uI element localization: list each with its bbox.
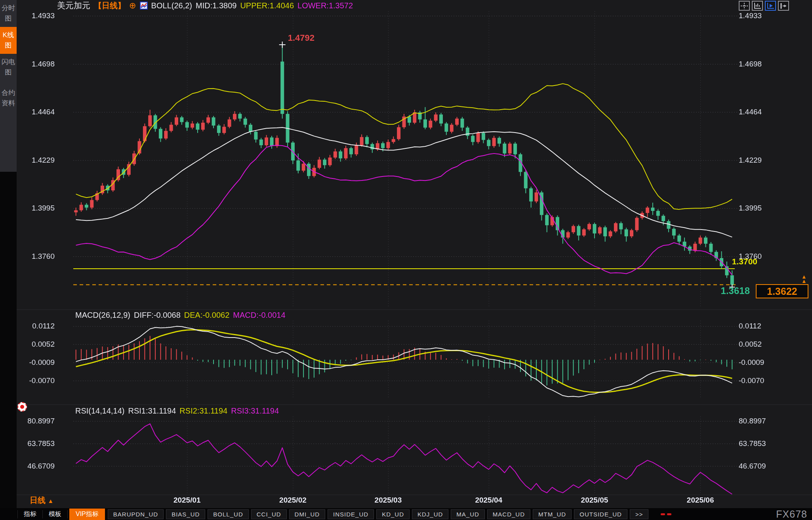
macd-title: MACD(26,12,9): [75, 311, 130, 320]
rsi1-value: RSI1:31.1194: [128, 406, 176, 416]
add-indicator-icon[interactable]: ⊕: [129, 1, 136, 10]
period-tag[interactable]: 【日线】: [94, 0, 126, 11]
rsi2-value: RSI2:31.1194: [179, 406, 227, 416]
x-axis-month-label: 2025/04: [465, 496, 513, 505]
x-axis-month-label: 2025/02: [269, 496, 316, 505]
crosshair-tool-icon[interactable]: [739, 1, 750, 11]
indicator-tab-bar: 指标模板VIP指标BARUPDN_UDBIAS_UDBOLL_UDCCI_UDD…: [0, 508, 812, 520]
macd-dea-value: DEA:-0.0062: [184, 311, 230, 320]
sidebar-item-time-chart[interactable]: 分时图: [0, 0, 17, 27]
main-axis-label-left: 1.3995: [17, 204, 55, 213]
main-axis-label-right: 1.4229: [739, 156, 782, 165]
period-selector[interactable]: 日线 ▲: [30, 495, 53, 506]
current-price-box: 1.3622: [756, 284, 808, 298]
low-price-label: 1.3618: [709, 285, 750, 296]
rsi-axis-label-right: 63.7853: [739, 439, 782, 448]
main-axis-label-left: 1.4229: [17, 156, 55, 165]
tab-vip-indicators[interactable]: VIP指标: [69, 509, 105, 520]
tab-mtm-ud[interactable]: MTM_UD: [533, 509, 572, 519]
scale-axis-icon[interactable]: [752, 1, 763, 11]
main-axis-label-left: 1.4933: [17, 11, 55, 20]
boll-upper-value: UPPER:1.4046: [240, 1, 294, 10]
boll-mid-value: MID:1.3809: [196, 1, 236, 10]
macd-axis-label-right: -0.0070: [739, 376, 782, 385]
boll-lower-value: LOWER:1.3572: [297, 1, 353, 10]
macd-axis-label-right: 0.0052: [739, 340, 782, 349]
macd-axis-label-right: -0.0009: [739, 358, 782, 367]
tab-more[interactable]: >>: [630, 509, 649, 519]
period-arrow-icon: ▲: [48, 497, 54, 504]
main-axis-label-left: 1.3760: [17, 252, 55, 261]
macd-axis-label-right: 0.0112: [739, 322, 782, 330]
macd-macd-value: MACD:-0.0014: [233, 311, 285, 320]
tab-macd-ud[interactable]: MACD_UD: [487, 509, 530, 519]
x-axis-month-label: 2025/05: [571, 496, 618, 505]
trading-app-window: 分时图 K线图 闪电图 合约资料 美元加元 【日线】 ⊕ BOLL(26,2) …: [0, 0, 812, 520]
sidebar-item-candlestick-chart[interactable]: K线图: [0, 27, 17, 54]
tab-dmi-ud[interactable]: DMI_UD: [289, 509, 326, 519]
macd-axis-label-left: 0.0052: [17, 340, 55, 349]
macd-axis-label-left: -0.0009: [17, 358, 55, 367]
watermark: FX678: [776, 509, 807, 520]
tab-bias-ud[interactable]: BIAS_UD: [166, 509, 205, 519]
price-up-arrows-icon: ▲▲: [801, 275, 807, 283]
tab-cci-ud[interactable]: CCI_UD: [251, 509, 287, 519]
tab-ma-ud[interactable]: MA_UD: [451, 509, 485, 519]
alert-sun-icon[interactable]: [17, 402, 27, 412]
rsi-axis-label-left: 80.8997: [17, 417, 55, 425]
rsi-axis-label-left: 46.6709: [17, 462, 55, 471]
main-axis-label-right: 1.4698: [739, 60, 782, 68]
main-axis-label-right: 1.4464: [739, 108, 782, 116]
tab-kd-ud[interactable]: KD_UD: [376, 509, 410, 519]
boll-indicator-label: BOLL(26,2): [151, 1, 192, 10]
rsi3-value: RSI3:31.1194: [231, 406, 279, 416]
indicator-chart-icon[interactable]: [140, 2, 148, 9]
tab-barupdn-ud[interactable]: BARUPDN_UD: [108, 509, 164, 519]
tab-inside-ud[interactable]: INSIDE_UD: [328, 509, 374, 519]
chart-type-sidebar: 分时图 K线图 闪电图 合约资料: [0, 0, 17, 172]
main-axis-label-right: 1.3995: [739, 204, 782, 213]
tab-templates[interactable]: 模板: [43, 510, 68, 518]
rsi-axis-label-right: 80.8997: [739, 417, 782, 425]
high-price-annotation: 1.4792: [288, 33, 315, 43]
x-axis-month-label: 2025/01: [163, 496, 211, 505]
chart-header: 美元加元 【日线】 ⊕ BOLL(26,2) MID:1.3809 UPPER:…: [57, 0, 353, 11]
auto-play-icon[interactable]: [765, 1, 776, 11]
chart-toolbar: [739, 1, 789, 11]
macd-pane-header: MACD(26,12,9) DIFF:-0.0068 DEA:-0.0062 M…: [75, 310, 286, 320]
step-right-icon[interactable]: [778, 1, 789, 11]
macd-axis-label-left: -0.0070: [17, 376, 55, 385]
rsi-title: RSI(14,14,14): [75, 406, 125, 416]
main-axis-label-right: 1.4933: [739, 11, 782, 20]
main-axis-label-left: 1.4698: [17, 60, 55, 68]
macd-axis-label-left: 0.0112: [17, 322, 55, 330]
rsi-axis-label-right: 46.6709: [739, 462, 782, 471]
rsi-pane-header: RSI(14,14,14) RSI1:31.1194 RSI2:31.1194 …: [75, 406, 279, 416]
x-axis-month-label: 2025/06: [677, 496, 724, 505]
tab-kdj-ud[interactable]: KDJ_UD: [412, 509, 448, 519]
tab-boll-ud[interactable]: BOLL_UD: [208, 509, 248, 519]
sidebar-item-contract-info[interactable]: 合约资料: [0, 85, 17, 112]
symbol-name: 美元加元: [57, 0, 90, 11]
support-line-label: 1.3700: [717, 257, 757, 266]
recording-dots-icon: [661, 513, 671, 515]
sidebar-item-lightning-chart[interactable]: 闪电图: [0, 54, 17, 81]
main-axis-label-left: 1.4464: [17, 108, 55, 116]
chart-area[interactable]: 美元加元 【日线】 ⊕ BOLL(26,2) MID:1.3809 UPPER:…: [17, 0, 812, 508]
x-axis-month-label: 2025/03: [364, 496, 412, 505]
tab-outside-ud[interactable]: OUTSIDE_UD: [574, 509, 627, 519]
tab-indicators[interactable]: 指标: [17, 510, 43, 518]
rsi-axis-label-left: 63.7853: [17, 439, 55, 448]
candlestick-chart-canvas[interactable]: [17, 0, 812, 504]
macd-diff-value: DIFF:-0.0068: [134, 311, 181, 320]
